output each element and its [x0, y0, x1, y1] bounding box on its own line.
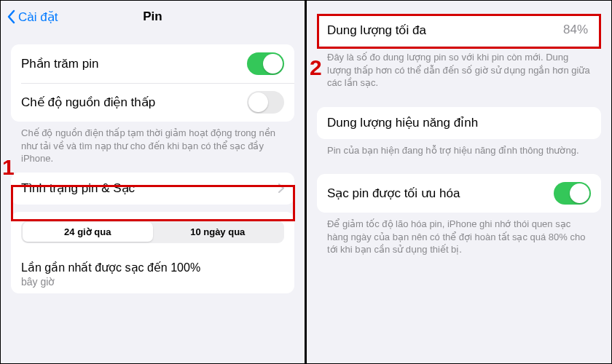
chevron-right-icon	[278, 183, 284, 193]
max-capacity-label: Dung lượng tối đa	[327, 23, 563, 38]
peak-performance-row: Dung lượng hiệu năng đỉnh	[317, 107, 601, 139]
low-power-mode-label: Chế độ nguồn điện thấp	[21, 95, 247, 110]
content-area: Phần trăm pin Chế độ nguồn điện thấp Chế…	[1, 33, 305, 293]
max-capacity-value: 84%	[563, 23, 591, 37]
settings-battery-pane: Cài đặt Pin Phần trăm pin Chế độ nguồn đ…	[1, 1, 306, 363]
chevron-left-icon	[7, 9, 15, 24]
battery-toggles-group: Phần trăm pin Chế độ nguồn điện thấp	[11, 44, 294, 122]
battery-health-label: Tình trạng pin & Sạc	[21, 181, 274, 196]
max-capacity-group: Dung lượng tối đa 84%	[317, 14, 601, 46]
last-charge-title: Lần gần nhất được sạc đến 100%	[11, 250, 294, 276]
battery-history-card: 24 giờ qua 10 ngày qua Lần gần nhất được…	[11, 212, 294, 293]
max-capacity-description: Đây là số đo dung lượng pin so với khi p…	[317, 46, 601, 90]
optimized-charging-description: Để giảm tốc độ lão hóa pin, iPhone ghi n…	[317, 213, 601, 256]
time-range-segmented[interactable]: 24 giờ qua 10 ngày qua	[21, 221, 284, 243]
battery-health-group: Tình trạng pin & Sạc	[11, 173, 294, 205]
optimized-charging-toggle[interactable]	[554, 182, 591, 205]
peak-performance-label: Dung lượng hiệu năng đỉnh	[327, 115, 591, 130]
low-power-mode-toggle[interactable]	[247, 91, 284, 114]
callout-number-1: 1	[2, 155, 15, 180]
battery-health-pane: Dung lượng tối đa 84% Đây là số đo dung …	[306, 1, 611, 363]
battery-health-row[interactable]: Tình trạng pin & Sạc	[11, 173, 294, 205]
peak-performance-description: Pin của bạn hiện đang hỗ trợ hiệu năng đ…	[317, 139, 601, 157]
nav-bar: Cài đặt Pin	[1, 1, 305, 33]
callout-number-2: 2	[310, 55, 322, 80]
max-capacity-row: Dung lượng tối đa 84%	[317, 14, 601, 46]
optimized-charging-label: Sạc pin được tối ưu hóa	[327, 186, 554, 201]
battery-percentage-row[interactable]: Phần trăm pin	[11, 44, 294, 83]
peak-performance-group: Dung lượng hiệu năng đỉnh	[317, 107, 601, 139]
low-power-description: Chế độ nguồn điện thấp tạm thời giảm hoạ…	[11, 122, 294, 165]
optimized-charging-group: Sạc pin được tối ưu hóa	[317, 174, 601, 213]
back-label: Cài đặt	[18, 9, 58, 25]
content-area: Dung lượng tối đa 84% Đây là số đo dung …	[307, 14, 611, 256]
segment-10d[interactable]: 10 ngày qua	[153, 222, 283, 242]
battery-percentage-toggle[interactable]	[247, 52, 284, 75]
last-charge-time: bây giờ	[11, 276, 294, 288]
back-button[interactable]: Cài đặt	[7, 9, 58, 25]
battery-percentage-label: Phần trăm pin	[21, 56, 247, 71]
segment-24h[interactable]: 24 giờ qua	[23, 222, 153, 242]
low-power-mode-row[interactable]: Chế độ nguồn điện thấp	[11, 83, 294, 122]
optimized-charging-row[interactable]: Sạc pin được tối ưu hóa	[317, 174, 601, 213]
